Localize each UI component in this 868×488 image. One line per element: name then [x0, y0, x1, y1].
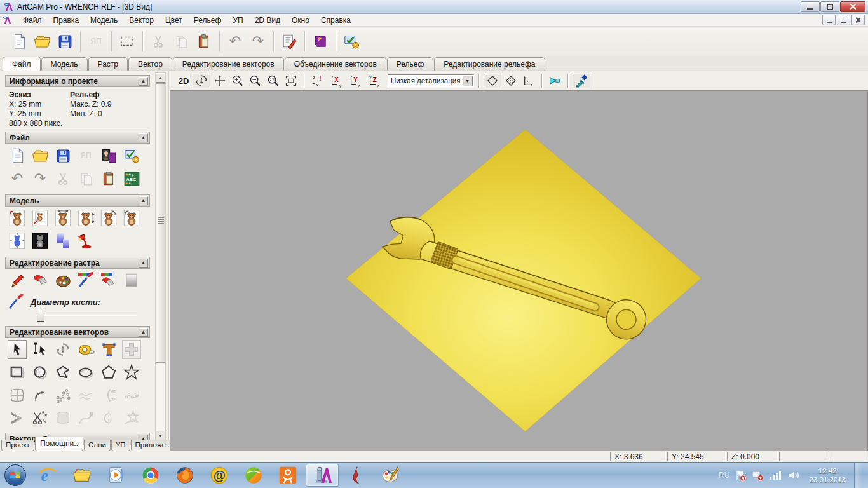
undo-button[interactable]: ↶ [224, 30, 247, 53]
set-position-button[interactable] [31, 208, 50, 227]
dropdown-arrow-icon[interactable]: ▼ [462, 76, 473, 86]
mdi-minimize-button[interactable] [822, 15, 836, 25]
bottom-tab-assistant[interactable]: Помощни.. [35, 437, 83, 451]
menu-file[interactable]: Файл [17, 15, 48, 26]
volume-icon[interactable] [787, 469, 801, 482]
select-region-button[interactable] [116, 30, 139, 53]
menu-window[interactable]: Окно [286, 15, 315, 26]
zoom-in-button[interactable] [229, 74, 246, 88]
set-model-size-button[interactable] [8, 208, 27, 227]
node-editing-button[interactable] [31, 340, 50, 359]
scroll-up-button[interactable]: ▲ [156, 73, 165, 83]
view-along-x-button[interactable]: zXy [328, 74, 346, 88]
menu-relief[interactable]: Рельеф [188, 15, 227, 26]
tab-vector[interactable]: Вектор [128, 57, 172, 71]
new-model-button[interactable] [8, 30, 31, 53]
taskbar-mail[interactable]: @ [203, 464, 236, 487]
close-button[interactable] [840, 1, 865, 12]
collapse-button[interactable]: ▲ [139, 259, 148, 268]
fillet-button[interactable] [31, 386, 50, 405]
panel-redo-button[interactable]: ↷ [31, 169, 50, 188]
flip-model-button[interactable] [76, 208, 95, 227]
taskbar-ie[interactable]: e [31, 464, 64, 487]
smooth-relief-button[interactable] [53, 231, 72, 250]
rotate-model-ccw-button[interactable] [99, 208, 118, 227]
create-star-button[interactable] [122, 363, 141, 382]
paste-button[interactable] [193, 30, 215, 53]
flood-fill-colour-button[interactable] [99, 271, 118, 290]
create-ellipse-button[interactable] [76, 363, 95, 382]
taskbar-explorer[interactable] [65, 464, 98, 487]
panel-paste-button[interactable] [99, 169, 118, 188]
isometric-view-button[interactable]: zx! [309, 74, 327, 88]
tab-vector-editing[interactable]: Редактирование векторов [173, 57, 284, 71]
view-along-y-button[interactable]: zYx [347, 74, 365, 88]
cut-vector-button[interactable] [31, 409, 50, 428]
mdi-restore-button[interactable] [837, 15, 850, 25]
bottom-tab-project[interactable]: Проект [1, 440, 34, 451]
panel-scrollbar[interactable]: ▲ ▼ [155, 72, 166, 441]
options-button[interactable] [340, 30, 363, 53]
minimize-button[interactable] [801, 1, 820, 12]
taskbar-flame-app[interactable] [340, 464, 373, 487]
create-polyline-button[interactable] [53, 363, 72, 382]
redo-button[interactable]: ↷ [247, 30, 269, 53]
create-rectangle-button[interactable] [8, 363, 27, 382]
detail-level-dropdown[interactable]: Низкая детализация ▼ [388, 74, 474, 88]
taskbar-wmp[interactable] [100, 464, 133, 487]
slider-handle[interactable] [37, 309, 44, 322]
brush-diameter-slider[interactable] [36, 309, 137, 322]
tab-relief-editing[interactable]: Редактирование рельефа [434, 57, 545, 71]
restore-button[interactable] [820, 1, 839, 12]
section-vector-editing[interactable]: Редактирование векторов ▲ [5, 326, 150, 338]
greyscale-button[interactable] [122, 271, 141, 290]
paste-along-curve-button[interactable] [53, 386, 72, 405]
taskbar-clock[interactable]: 12:42 23.01.2013 [805, 466, 846, 484]
measure-button[interactable] [76, 340, 95, 359]
menu-colour[interactable]: Цвет [159, 15, 188, 26]
invert-relief-button[interactable] [31, 231, 50, 250]
menu-edit[interactable]: Правка [48, 15, 85, 26]
network-signal-icon[interactable] [768, 469, 782, 482]
zoom-out-button[interactable] [247, 74, 264, 88]
taskbar-paint-app[interactable] [374, 464, 407, 487]
taskbar-odnoklassniki[interactable] [271, 464, 304, 487]
offset-vector-button[interactable] [8, 409, 27, 428]
3d-view-canvas[interactable] [170, 90, 868, 451]
taskbar-firefox[interactable] [168, 464, 201, 487]
panel-font-table-button[interactable]: ABC [122, 169, 141, 188]
panel-new-button[interactable] [8, 146, 27, 165]
mdi-close-button[interactable] [851, 15, 865, 25]
tab-file[interactable]: Файл [3, 57, 41, 71]
draw-shaded-plane-button[interactable] [503, 74, 519, 88]
tab-vector-merging[interactable]: Объединение векторов [285, 57, 386, 71]
taskbar-agent[interactable] [237, 464, 270, 487]
tab-raster[interactable]: Растр [88, 57, 128, 71]
draw-plane-button[interactable] [484, 74, 501, 88]
transform-vectors-button[interactable] [53, 340, 72, 359]
tab-relief[interactable]: Рельеф [387, 57, 434, 71]
panel-undo-button[interactable]: ↶ [8, 169, 27, 188]
notes-button[interactable] [278, 30, 301, 53]
help-button[interactable] [309, 30, 332, 53]
flood-fill-button[interactable] [31, 271, 50, 290]
panel-save-button[interactable] [53, 146, 72, 165]
toolpath-simulation-button[interactable] [546, 74, 563, 88]
resize-relief-button[interactable] [8, 231, 27, 250]
menu-toolpaths[interactable]: УП [227, 15, 248, 26]
bottom-tab-layers[interactable]: Слои [84, 440, 111, 451]
colour-palette-button[interactable] [53, 271, 72, 290]
collapse-button[interactable]: ▲ [139, 77, 148, 86]
create-circle-button[interactable] [31, 363, 50, 382]
device-eject-icon[interactable] [751, 469, 764, 482]
section-file[interactable]: Файл ▲ [5, 132, 150, 144]
language-indicator[interactable]: RU [719, 471, 729, 480]
zoom-box-button[interactable] [265, 74, 281, 88]
collapse-button[interactable]: ▲ [139, 328, 148, 337]
menu-help[interactable]: Справка [315, 15, 356, 26]
taskbar-artcam[interactable] [306, 464, 339, 487]
mirror-model-button[interactable] [53, 208, 72, 227]
scroll-thumb[interactable] [156, 83, 165, 363]
colour-picker-button[interactable] [573, 74, 590, 88]
create-polygon-button[interactable] [99, 363, 118, 382]
